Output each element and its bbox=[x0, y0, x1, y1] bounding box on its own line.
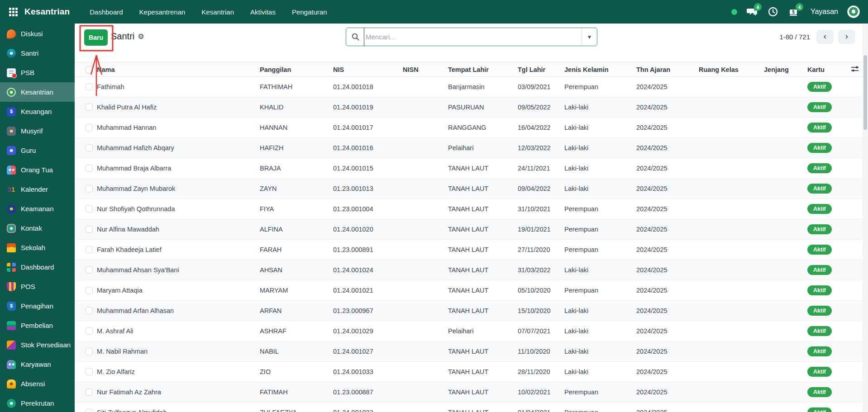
search-filter-dropdown[interactable]: ▼ bbox=[582, 28, 597, 46]
nav-item-pengaturan[interactable]: Pengaturan bbox=[292, 8, 327, 16]
table-row[interactable]: M. Nabil Rahman NABIL 01.24.001027 TANAH… bbox=[75, 341, 863, 362]
sidebar-item-kontak[interactable]: Kontak bbox=[0, 218, 75, 238]
nav-item-kesantrian[interactable]: Kesantrian bbox=[201, 8, 234, 16]
table-row[interactable]: Muhammad Hafizh Abqary HAFIZH 01.24.0010… bbox=[75, 138, 863, 158]
row-checkbox[interactable] bbox=[86, 104, 93, 111]
table-row[interactable]: Muhammad Braja Albarra BRAJA 01.24.00101… bbox=[75, 158, 863, 179]
prev-page-button[interactable]: ‹ bbox=[816, 30, 834, 44]
nav-item-kepesantrenan[interactable]: Kepesantrenan bbox=[139, 8, 186, 16]
chat-icon[interactable]: 4 bbox=[746, 6, 758, 18]
cell-panggilan: FATIMAH bbox=[258, 382, 331, 403]
nav-item-aktivitas[interactable]: Aktivitas bbox=[250, 8, 276, 16]
scrollbar-thumb[interactable] bbox=[863, 55, 867, 130]
table-row[interactable]: Nur Alfina Mawaddah ALFINA 01.24.001020 … bbox=[75, 219, 863, 240]
settings-gear-icon[interactable]: ⚙ bbox=[138, 32, 144, 41]
row-checkbox[interactable] bbox=[86, 327, 93, 335]
table-row[interactable]: Siti Zulfaezva Almufidah ZULFAEZYA 01.24… bbox=[75, 403, 863, 412]
table-row[interactable]: Muhammad Zayn Mubarok ZAYN 01.23.001013 … bbox=[75, 179, 863, 199]
table-row[interactable]: Fathimah FATHIMAH 01.24.001018 Banjarmas… bbox=[75, 77, 863, 97]
sidebar-item-dashboard[interactable]: Dashboard bbox=[0, 257, 75, 277]
calendar-31-icon bbox=[7, 185, 16, 194]
row-checkbox[interactable] bbox=[86, 83, 93, 90]
new-button[interactable]: Baru bbox=[84, 29, 108, 46]
sidebar-item-penagihan[interactable]: Penagihan bbox=[0, 296, 75, 316]
cell-thn-ajaran: 2024/2025 bbox=[634, 77, 697, 97]
cell-ruang-kelas bbox=[697, 403, 762, 412]
sidebar-item-perekrutan[interactable]: Perekrutan bbox=[0, 393, 75, 412]
table-row[interactable]: Muhammad Arfan Alhasan ARFAN 01.23.00096… bbox=[75, 301, 863, 321]
sidebar-item-stok-persediaan[interactable]: Stok Persediaan bbox=[0, 335, 75, 355]
nav-item-dashboard[interactable]: Dashboard bbox=[90, 8, 123, 16]
col-kartu[interactable]: Kartu bbox=[806, 62, 849, 77]
sidebar-item-musyrif[interactable]: Musyrif bbox=[0, 121, 75, 141]
col-jenjang[interactable]: Jenjang bbox=[762, 62, 806, 77]
next-page-button[interactable]: › bbox=[838, 30, 855, 44]
cell-nama: Siti Zulfaezva Almufidah bbox=[95, 403, 258, 412]
table-row[interactable]: Farah Khadeeja Latief FARAH 01.23.000891… bbox=[75, 240, 863, 260]
column-settings-icon[interactable] bbox=[851, 66, 859, 72]
row-checkbox[interactable] bbox=[86, 124, 93, 131]
col-tgl-lahir[interactable]: Tgl Lahir bbox=[516, 62, 563, 77]
sidebar-item-diskusi[interactable]: Diskusi bbox=[0, 24, 75, 43]
row-checkbox[interactable] bbox=[86, 226, 93, 233]
cell-tempat-lahir: TANAH LAUT bbox=[446, 158, 516, 179]
col-nis[interactable]: NIS bbox=[331, 62, 401, 77]
brand-title[interactable]: Kesantrian bbox=[24, 7, 70, 17]
sidebar-item-pembelian[interactable]: Pembelian bbox=[0, 316, 75, 335]
chat-count-badge: 4 bbox=[754, 3, 762, 11]
row-checkbox[interactable] bbox=[86, 144, 93, 152]
cell-nama: Muhammad Ahsan Sya'Bani bbox=[95, 260, 258, 280]
col-panggilan[interactable]: Panggilan bbox=[258, 62, 331, 77]
cell-jenjang bbox=[762, 382, 806, 403]
avatar[interactable] bbox=[847, 5, 860, 18]
vertical-scrollbar[interactable] bbox=[863, 24, 868, 412]
col-jenis-kelamin[interactable]: Jenis Kelamin bbox=[563, 62, 634, 77]
sidebar-item-karyawan[interactable]: Karyawan bbox=[0, 355, 75, 374]
col-tempat-lahir[interactable]: Tempat Lahir bbox=[446, 62, 516, 77]
table-row[interactable]: Muhammad Ahsan Sya'Bani AHSAN 01.24.0010… bbox=[75, 260, 863, 280]
sidebar-item-orang-tua[interactable]: Orang Tua bbox=[0, 160, 75, 180]
row-checkbox[interactable] bbox=[86, 307, 93, 314]
table-row[interactable]: M. Zio Alfariz ZIO 01.24.001033 TANAH LA… bbox=[75, 362, 863, 382]
table-row[interactable]: Maryam Attaqia MARYAM 01.24.001021 TANAH… bbox=[75, 280, 863, 301]
select-all-checkbox[interactable] bbox=[86, 66, 93, 73]
sidebar-item-keamanan[interactable]: Keamanan bbox=[0, 199, 75, 218]
payments-icon[interactable]: $ 4 bbox=[788, 6, 800, 18]
cell-tgl-lahir: 24/11/2021 bbox=[516, 158, 563, 179]
search-input[interactable] bbox=[364, 28, 582, 46]
sidebar-item-absensi[interactable]: Absensi bbox=[0, 374, 75, 393]
col-thn-ajaran[interactable]: Thn Ajaran bbox=[634, 62, 697, 77]
row-checkbox[interactable] bbox=[86, 185, 93, 192]
table-row[interactable]: Nur Fatimah Az Zahra FATIMAH 01.23.00088… bbox=[75, 382, 863, 403]
row-checkbox[interactable] bbox=[86, 165, 93, 172]
table-row[interactable]: Khalid Putra Al Hafiz KHALID 01.24.00101… bbox=[75, 97, 863, 118]
apps-grid-icon[interactable] bbox=[7, 6, 19, 18]
sidebar-item-keuangan[interactable]: Keuangan bbox=[0, 102, 75, 121]
cell-ruang-kelas bbox=[697, 179, 762, 199]
row-checkbox[interactable] bbox=[86, 205, 93, 213]
sidebar-item-kalender[interactable]: Kalender bbox=[0, 180, 75, 199]
sidebar-item-kesantrian[interactable]: Kesantrian bbox=[0, 82, 75, 102]
cell-thn-ajaran: 2024/2025 bbox=[634, 97, 697, 118]
cell-nis: 01.23.000887 bbox=[331, 382, 401, 403]
user-menu[interactable]: Yayasan bbox=[811, 8, 838, 16]
row-checkbox[interactable] bbox=[86, 266, 93, 274]
table-row[interactable]: Nur Shofiyah Qothrunnada FIYA 01.23.0010… bbox=[75, 199, 863, 219]
col-nisn[interactable]: NISN bbox=[401, 62, 446, 77]
table-row[interactable]: M. Ashraf Ali ASHRAF 01.24.001029 Pelaih… bbox=[75, 321, 863, 341]
row-checkbox[interactable] bbox=[86, 348, 93, 355]
sidebar-item-pos[interactable]: POS bbox=[0, 277, 75, 296]
row-checkbox[interactable] bbox=[86, 409, 93, 412]
sidebar-item-guru[interactable]: Guru bbox=[0, 141, 75, 160]
row-checkbox[interactable] bbox=[86, 388, 93, 396]
row-checkbox[interactable] bbox=[86, 368, 93, 375]
col-ruang-kelas[interactable]: Ruang Kelas bbox=[697, 62, 762, 77]
sidebar-item-santri[interactable]: Santri bbox=[0, 43, 75, 63]
table-row[interactable]: Muhammad Hannan HANNAN 01.24.001017 RANG… bbox=[75, 118, 863, 138]
recent-activity-icon[interactable] bbox=[767, 6, 779, 18]
col-nama[interactable]: Nama bbox=[95, 62, 258, 77]
row-checkbox[interactable] bbox=[86, 246, 93, 253]
sidebar-item-sekolah[interactable]: Sekolah bbox=[0, 238, 75, 257]
row-checkbox[interactable] bbox=[86, 287, 93, 294]
sidebar-item-psb[interactable]: PSB bbox=[0, 63, 75, 82]
